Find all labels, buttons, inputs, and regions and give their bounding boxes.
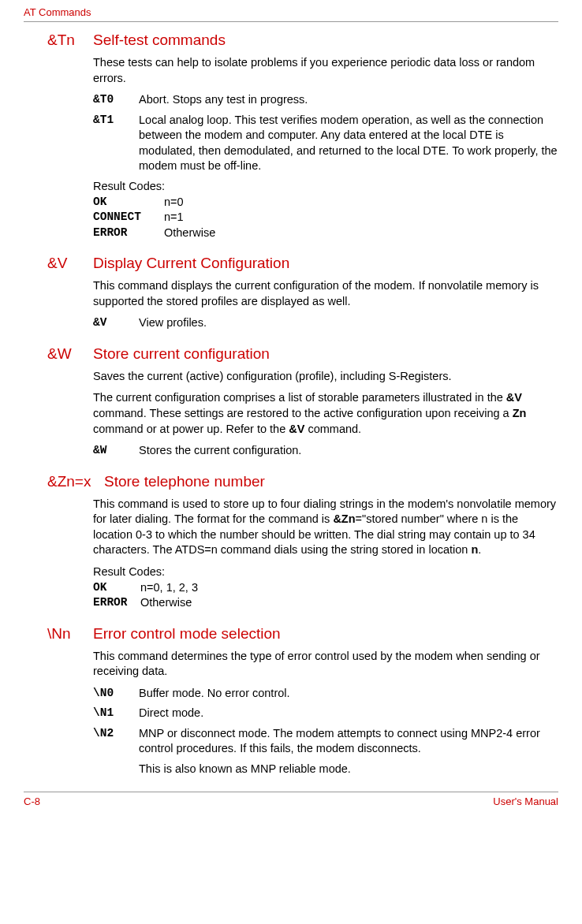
def-desc: Local analog loop. This test verifies mo… bbox=[139, 113, 558, 174]
result-code: ERROR bbox=[93, 595, 140, 611]
def-desc: Abort. Stops any test in progress. bbox=[139, 92, 558, 108]
def-desc: Direct mode. bbox=[139, 706, 558, 721]
intro-nn: This command determines the type of erro… bbox=[93, 649, 558, 680]
text: The current configuration comprises a li… bbox=[93, 391, 506, 404]
prefix-nn: \Nn bbox=[47, 625, 93, 643]
result-code: CONNECT bbox=[93, 210, 164, 225]
def-code: &T0 bbox=[93, 92, 139, 108]
prefix-tn: &Tn bbox=[47, 32, 93, 49]
result-code: ERROR bbox=[93, 225, 164, 241]
def-desc: Buffer mode. No error control. bbox=[139, 686, 558, 702]
prefix-zn: &Zn=x bbox=[47, 473, 104, 490]
page-number: C-8 bbox=[24, 795, 40, 807]
def-row: \N0 Buffer mode. No error control. bbox=[93, 686, 558, 702]
intro-zn: This command is used to store up to four… bbox=[93, 497, 558, 558]
bold: &V bbox=[289, 423, 304, 435]
footer: C-8 User's Manual bbox=[24, 795, 558, 815]
title-nn: Error control mode selection bbox=[93, 625, 281, 642]
result-val: n=0 bbox=[164, 195, 184, 211]
section-v: &VDisplay Current Configuration This com… bbox=[47, 255, 558, 331]
result-val: Otherwise bbox=[164, 225, 215, 241]
def-code: \N1 bbox=[93, 706, 139, 721]
heading-v: &VDisplay Current Configuration bbox=[47, 255, 558, 272]
intro-w1: Saves the current (active) configuration… bbox=[93, 369, 558, 385]
result-row: OK n=0, 1, 2, 3 bbox=[93, 580, 558, 596]
def-desc: MNP or disconnect mode. The modem attemp… bbox=[139, 726, 558, 757]
def-code: \N2 bbox=[93, 726, 139, 757]
section-zn: &Zn=xStore telephone number This command… bbox=[47, 473, 558, 611]
heading-zn: &Zn=xStore telephone number bbox=[47, 473, 558, 490]
def-row: \N2 MNP or disconnect mode. The modem at… bbox=[93, 726, 558, 757]
def-row: &W Stores the current configuration. bbox=[93, 443, 558, 459]
result-row: CONNECT n=1 bbox=[93, 210, 558, 225]
result-row: OK n=0 bbox=[93, 195, 558, 211]
section-nn: \NnError control mode selection This com… bbox=[47, 625, 558, 777]
intro-tn: These tests can help to isolate problems… bbox=[93, 55, 558, 86]
title-zn: Store telephone number bbox=[104, 473, 265, 490]
heading-nn: \NnError control mode selection bbox=[47, 625, 558, 643]
def-desc: Stores the current configuration. bbox=[139, 443, 558, 459]
title-v: Display Current Configuration bbox=[93, 255, 289, 271]
heading-tn: &TnSelf-test commands bbox=[47, 32, 558, 49]
result-code: OK bbox=[93, 580, 140, 596]
def-row: \N1 Direct mode. bbox=[93, 706, 558, 721]
prefix-w: &W bbox=[47, 345, 93, 363]
header-title: AT Commands bbox=[24, 0, 558, 21]
result-row: ERROR Otherwise bbox=[93, 225, 558, 241]
header-rule bbox=[24, 21, 558, 22]
results-zn: Result Codes: OK n=0, 1, 2, 3 ERROR Othe… bbox=[93, 564, 558, 611]
title-w: Store current configuration bbox=[93, 345, 270, 362]
result-label: Result Codes: bbox=[93, 564, 558, 580]
def-row: This is also known as MNP reliable mode. bbox=[93, 762, 558, 777]
section-tn: &TnSelf-test commands These tests can he… bbox=[47, 32, 558, 240]
defs-w: &W Stores the current configuration. bbox=[93, 443, 558, 459]
def-code bbox=[93, 762, 139, 777]
result-val: n=1 bbox=[164, 210, 184, 225]
text: command or at power up. Refer to the bbox=[93, 423, 289, 435]
prefix-v: &V bbox=[47, 255, 93, 272]
def-desc: This is also known as MNP reliable mode. bbox=[139, 762, 558, 777]
bold: &V bbox=[506, 391, 522, 404]
intro-v: This command displays the current config… bbox=[93, 278, 558, 309]
def-row: &T1 Local analog loop. This test verifie… bbox=[93, 113, 558, 174]
defs-tn: &T0 Abort. Stops any test in progress. &… bbox=[93, 92, 558, 174]
defs-v: &V View profiles. bbox=[93, 315, 558, 331]
result-row: ERROR Otherwise bbox=[93, 595, 558, 611]
text: . bbox=[478, 543, 481, 556]
footer-rule bbox=[24, 792, 558, 792]
result-code: OK bbox=[93, 195, 164, 211]
def-row: &V View profiles. bbox=[93, 315, 558, 331]
def-code: &W bbox=[93, 443, 139, 459]
result-val: n=0, 1, 2, 3 bbox=[140, 580, 198, 596]
bold: Zn bbox=[513, 407, 527, 419]
heading-w: &WStore current configuration bbox=[47, 345, 558, 363]
text: command. bbox=[304, 423, 361, 435]
def-code: &T1 bbox=[93, 113, 139, 174]
footer-label: User's Manual bbox=[493, 795, 558, 807]
result-val: Otherwise bbox=[140, 595, 192, 611]
results-tn: Result Codes: OK n=0 CONNECT n=1 ERROR O… bbox=[93, 179, 558, 240]
title-tn: Self-test commands bbox=[93, 32, 226, 48]
def-code: \N0 bbox=[93, 686, 139, 702]
result-label: Result Codes: bbox=[93, 179, 558, 195]
def-row: &T0 Abort. Stops any test in progress. bbox=[93, 92, 558, 108]
bold: &Zn bbox=[333, 512, 355, 525]
def-code: &V bbox=[93, 315, 139, 331]
def-desc: View profiles. bbox=[139, 315, 558, 331]
text: command. These settings are restored to … bbox=[93, 407, 513, 419]
bold: n bbox=[471, 543, 478, 556]
intro-w2: The current configuration comprises a li… bbox=[93, 390, 558, 437]
defs-nn: \N0 Buffer mode. No error control. \N1 D… bbox=[93, 686, 558, 777]
section-w: &WStore current configuration Saves the … bbox=[47, 345, 558, 459]
